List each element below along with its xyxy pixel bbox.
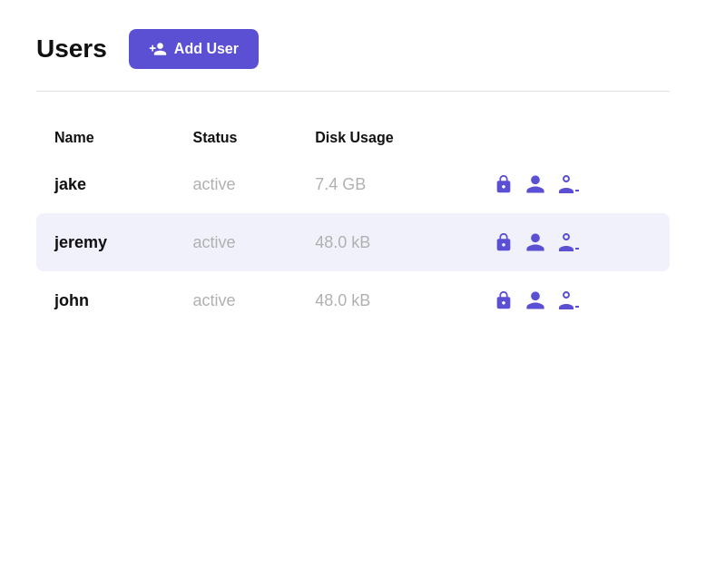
- cell-actions: [479, 213, 670, 271]
- column-actions: [479, 121, 670, 155]
- table-header: Name Status Disk Usage: [36, 121, 670, 155]
- cell-name: john: [36, 271, 179, 329]
- profile-icon[interactable]: [525, 231, 546, 253]
- remove-user-icon[interactable]: [557, 173, 579, 195]
- cell-name: jake: [36, 155, 179, 213]
- lock-icon[interactable]: [494, 232, 514, 252]
- cell-name: jeremy: [36, 213, 179, 271]
- page-title: Users: [36, 34, 107, 64]
- cell-status: active: [179, 155, 301, 213]
- add-user-icon: [149, 40, 167, 58]
- cell-disk-usage: 48.0 kB: [300, 213, 479, 271]
- remove-user-icon[interactable]: [557, 231, 579, 253]
- lock-icon[interactable]: [494, 290, 514, 310]
- profile-icon[interactable]: [525, 173, 546, 195]
- page-container: Users Add User Name Status Disk Usage ja…: [0, 0, 706, 358]
- table-row: jeremy active 48.0 kB: [36, 213, 670, 271]
- header: Users Add User: [36, 29, 670, 69]
- users-table: Name Status Disk Usage jake active 7.4 G…: [36, 121, 670, 329]
- actions-group: [494, 231, 655, 253]
- column-status: Status: [179, 121, 301, 155]
- column-disk-usage: Disk Usage: [300, 121, 479, 155]
- table-header-row: Name Status Disk Usage: [36, 121, 670, 155]
- add-user-button[interactable]: Add User: [129, 29, 259, 69]
- cell-actions: [479, 155, 670, 213]
- table-body: jake active 7.4 GB: [36, 155, 670, 329]
- profile-icon[interactable]: [525, 289, 546, 311]
- cell-disk-usage: 7.4 GB: [300, 155, 479, 213]
- cell-status: active: [179, 213, 301, 271]
- cell-disk-usage: 48.0 kB: [300, 271, 479, 329]
- cell-status: active: [179, 271, 301, 329]
- actions-group: [494, 289, 655, 311]
- remove-user-icon[interactable]: [557, 289, 579, 311]
- add-user-label: Add User: [174, 41, 239, 57]
- table-row: jake active 7.4 GB: [36, 155, 670, 213]
- column-name: Name: [36, 121, 179, 155]
- lock-icon[interactable]: [494, 174, 514, 194]
- cell-actions: [479, 271, 670, 329]
- table-row: john active 48.0 kB: [36, 271, 670, 329]
- header-divider: [36, 91, 670, 92]
- actions-group: [494, 173, 655, 195]
